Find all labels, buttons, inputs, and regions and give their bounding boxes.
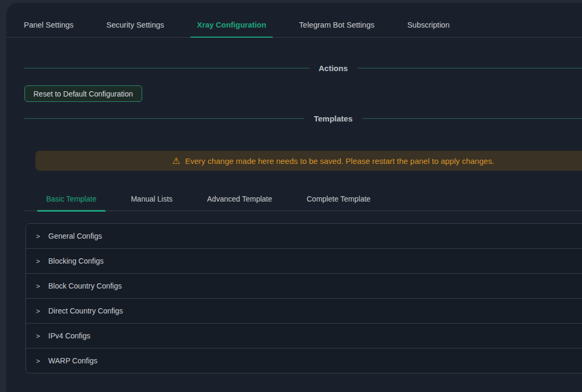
accordion-item-label: Block Country Configs (48, 282, 122, 290)
warning-alert: ⚠ Every change made here needs to be sav… (36, 151, 582, 171)
xray-configuration-page: Panel Settings Security Settings Xray Co… (0, 0, 582, 392)
accordion-direct-country-configs[interactable]: > Direct Country Configs (26, 299, 582, 324)
reset-default-configuration-button[interactable]: Reset to Default Configuration (24, 85, 142, 102)
tab-security-settings[interactable]: Security Settings (100, 13, 171, 37)
accordion-blocking-configs[interactable]: > Blocking Configs (26, 249, 582, 274)
template-tab-bar: Basic Template Manual Lists Advanced Tem… (24, 188, 582, 211)
tab-xray-configuration[interactable]: Xray Configuration (190, 13, 273, 37)
main-tab-bar: Panel Settings Security Settings Xray Co… (6, 13, 582, 38)
accordion-item-label: Direct Country Configs (48, 307, 123, 315)
warning-alert-text: Every change made here needs to be saved… (185, 156, 494, 165)
warning-triangle-icon: ⚠ (172, 156, 180, 165)
accordion-warp-configs[interactable]: > WARP Configs (26, 349, 582, 373)
templates-section-title: Templates (314, 114, 352, 123)
tab-advanced-template[interactable]: Advanced Template (198, 188, 281, 211)
divider-line (358, 68, 582, 68)
chevron-right-icon: > (35, 282, 41, 290)
tab-complete-template[interactable]: Complete Template (298, 188, 379, 211)
divider-line (362, 118, 582, 119)
chevron-right-icon: > (35, 357, 41, 365)
chevron-right-icon: > (35, 307, 41, 315)
tab-panel-settings[interactable]: Panel Settings (18, 13, 80, 37)
chevron-right-icon: > (35, 257, 41, 265)
accordion-item-label: Blocking Configs (48, 257, 103, 265)
template-accordion: > General Configs > Blocking Configs > B… (25, 223, 582, 373)
accordion-block-country-configs[interactable]: > Block Country Configs (26, 274, 582, 299)
chevron-right-icon: > (35, 232, 41, 240)
divider-line (24, 118, 304, 119)
accordion-item-label: General Configs (48, 232, 102, 240)
accordion-ipv4-configs[interactable]: > IPv4 Configs (26, 324, 582, 349)
chevron-right-icon: > (35, 332, 41, 340)
divider-line (24, 68, 309, 68)
tab-basic-template[interactable]: Basic Template (37, 188, 106, 211)
tab-subscription[interactable]: Subscription (401, 13, 456, 37)
actions-section-title: Actions (319, 64, 348, 73)
tab-telegram-bot-settings[interactable]: Telegram Bot Settings (293, 13, 381, 37)
actions-divider: Actions (24, 62, 582, 74)
tab-manual-lists[interactable]: Manual Lists (122, 188, 182, 211)
templates-divider: Templates (24, 112, 582, 124)
settings-card: Panel Settings Security Settings Xray Co… (6, 3, 582, 392)
accordion-item-label: IPv4 Configs (48, 332, 90, 340)
accordion-general-configs[interactable]: > General Configs (26, 224, 582, 249)
accordion-item-label: WARP Configs (48, 356, 98, 365)
